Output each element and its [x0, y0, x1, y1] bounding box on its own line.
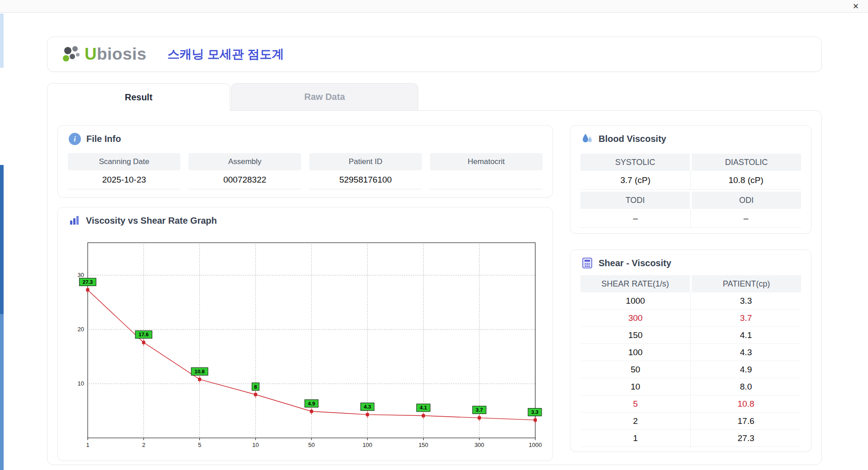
sv-rate: 150	[580, 327, 691, 344]
field-value: 52958176100	[309, 170, 422, 189]
file-info-card: i File Info Scanning Date 2025-10-23 Ass…	[57, 125, 553, 197]
blood-viscosity-card: Blood Viscosity SYSTOLIC DIASTOLIC 3.7 (…	[570, 125, 811, 234]
svg-text:150: 150	[419, 442, 429, 448]
svg-text:3.3: 3.3	[531, 409, 538, 415]
file-info-title-label: File Info	[86, 134, 121, 144]
svg-text:100: 100	[363, 442, 373, 448]
field-value: 2025-10-23	[68, 170, 180, 189]
chart-plot: 1020301251050100150300100027.317.610.884…	[67, 237, 542, 453]
svg-text:10: 10	[252, 442, 259, 448]
sv-rate: 300	[580, 310, 691, 327]
file-info-title: i File Info	[58, 126, 552, 150]
sv-value: 4.3	[691, 344, 801, 361]
table-row: 2 17.6	[580, 413, 801, 430]
blood-viscosity-title: Blood Viscosity	[571, 126, 811, 150]
bv-value-diastolic: 10.8 (cP)	[691, 171, 801, 190]
background-window-edge	[0, 314, 4, 470]
sv-rate: 1	[580, 430, 691, 447]
sv-value: 3.7	[691, 310, 801, 327]
svg-text:10: 10	[78, 380, 84, 387]
bv-header-todi: TODI	[580, 192, 690, 209]
sv-rate: 50	[580, 361, 691, 378]
table-row: 5 10.8	[580, 395, 801, 413]
field-label: Hematocrit	[430, 153, 542, 170]
sv-rate: 100	[580, 344, 691, 361]
sv-value: 3.3	[691, 292, 801, 310]
shear-viscosity-card: Shear - Viscosity SHEAR RATE(1/s) PATIEN…	[570, 249, 811, 452]
field-value: 000728322	[189, 170, 301, 189]
table-row: 1 27.3	[580, 430, 801, 447]
page-title: 스캐닝 모세관 점도계	[167, 46, 284, 62]
svg-text:50: 50	[308, 442, 315, 448]
ubiosis-logo: Ubiosis	[61, 44, 146, 65]
field-assembly: Assembly 000728322	[189, 153, 301, 189]
logo-dots-icon	[61, 44, 82, 65]
svg-text:300: 300	[474, 442, 484, 448]
calculator-icon	[581, 257, 593, 269]
svg-text:2: 2	[142, 442, 145, 448]
graph-title-label: Viscosity vs Shear Rate Graph	[86, 216, 217, 226]
svg-text:10.8: 10.8	[194, 369, 205, 374]
bv-value-row: – –	[580, 209, 801, 228]
svg-text:20: 20	[78, 326, 84, 333]
table-row: 100 4.3	[580, 344, 801, 361]
close-icon[interactable]: ×	[850, 0, 862, 12]
field-value	[430, 170, 542, 189]
field-patient-id: Patient ID 52958176100	[309, 153, 422, 189]
bv-value-row: 3.7 (cP) 10.8 (cP)	[580, 171, 801, 190]
tab-raw-data[interactable]: Raw Data	[231, 83, 418, 110]
svg-text:4.1: 4.1	[420, 405, 428, 410]
svg-text:5: 5	[198, 442, 201, 448]
table-row: 10 8.0	[580, 378, 801, 395]
svg-text:1: 1	[86, 442, 89, 448]
field-label: Scanning Date	[68, 153, 180, 170]
brand-text: Ubiosis	[85, 45, 146, 64]
bv-value-odi: –	[691, 209, 801, 228]
viscosity-chart: 1020301251050100150300100027.317.610.884…	[67, 237, 542, 453]
sv-value: 27.3	[691, 430, 801, 447]
result-panel: i File Info Scanning Date 2025-10-23 Ass…	[47, 110, 822, 465]
field-scanning-date: Scanning Date 2025-10-23	[68, 153, 180, 189]
sv-rate: 1000	[580, 292, 691, 310]
background-window-edge	[0, 165, 4, 314]
sv-rate: 10	[580, 378, 691, 395]
bv-header-row: SYSTOLIC DIASTOLIC	[580, 154, 801, 171]
graph-title: Viscosity vs Shear Rate Graph	[58, 207, 552, 232]
svg-text:17.6: 17.6	[139, 332, 149, 337]
table-row: 150 4.1	[580, 327, 801, 344]
sv-value: 10.8	[691, 395, 801, 413]
shear-viscosity-title: Shear - Viscosity	[571, 250, 811, 274]
svg-text:3.7: 3.7	[476, 407, 483, 413]
bv-header-odi: ODI	[692, 192, 801, 209]
header: Ubiosis 스캐닝 모세관 점도계	[47, 37, 822, 72]
svg-text:30: 30	[78, 272, 84, 278]
sv-value: 17.6	[691, 413, 801, 430]
sv-value: 4.1	[691, 327, 801, 344]
tab-result[interactable]: Result	[47, 83, 230, 111]
sv-header-row: SHEAR RATE(1/s) PATIENT(cp)	[580, 275, 801, 292]
sv-value: 4.9	[691, 361, 801, 378]
bv-value-todi: –	[580, 209, 691, 228]
background-window-edge	[0, 14, 4, 68]
field-hematocrit: Hematocrit	[430, 153, 542, 189]
info-icon: i	[69, 133, 81, 145]
svg-text:4.9: 4.9	[308, 401, 315, 406]
window-titlebar	[0, 0, 868, 13]
bv-header-row: TODI ODI	[580, 192, 801, 209]
bv-header-diastolic: DIASTOLIC	[692, 154, 801, 171]
sv-rate: 5	[580, 395, 691, 413]
droplet-icon	[581, 133, 593, 145]
shear-viscosity-table: SHEAR RATE(1/s) PATIENT(cp) 1000 3.3 300…	[571, 274, 811, 447]
blood-viscosity-title-label: Blood Viscosity	[599, 134, 666, 144]
shear-viscosity-title-label: Shear - Viscosity	[599, 258, 671, 268]
svg-text:4.3: 4.3	[364, 404, 371, 409]
field-label: Assembly	[189, 153, 301, 170]
svg-text:1000: 1000	[529, 442, 542, 448]
table-row: 50 4.9	[580, 361, 801, 378]
table-row: 1000 3.3	[580, 292, 801, 310]
svg-text:8: 8	[254, 384, 257, 390]
bv-header-systolic: SYSTOLIC	[580, 154, 690, 171]
field-label: Patient ID	[309, 153, 422, 170]
sv-value: 8.0	[691, 378, 801, 395]
sv-rate: 2	[580, 413, 691, 430]
